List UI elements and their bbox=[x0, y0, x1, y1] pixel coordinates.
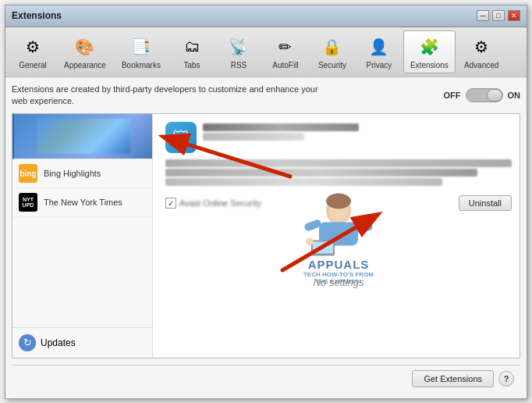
toolbar-autofill[interactable]: ✏ AutoFill bbox=[263, 30, 308, 73]
advanced-icon: ⚙ bbox=[469, 34, 494, 59]
extensions-icon: 🧩 bbox=[417, 34, 442, 59]
toolbar-rss[interactable]: 📡 RSS bbox=[216, 30, 261, 73]
detail-version-blurred bbox=[203, 133, 304, 141]
checkbox-text: Avast Online Security bbox=[179, 198, 261, 208]
checkbox-label[interactable]: ✓ Avast Online Security bbox=[165, 198, 261, 209]
detail-controls-row: ✓ Avast Online Security Uninstall bbox=[165, 195, 512, 211]
desc-line2-blurred bbox=[165, 169, 477, 177]
bookmarks-label: Bookmarks bbox=[122, 61, 161, 70]
help-button[interactable]: ? bbox=[498, 371, 514, 387]
toolbar-general[interactable]: ⚙ General bbox=[10, 30, 55, 73]
desc-line1-blurred bbox=[165, 159, 512, 167]
toolbar-advanced[interactable]: ⚙ Advanced bbox=[457, 30, 505, 73]
privacy-label: Privacy bbox=[367, 61, 392, 70]
rss-label: RSS bbox=[231, 61, 247, 70]
detail-desc-area bbox=[165, 158, 512, 187]
toolbar-tabs[interactable]: 🗂 Tabs bbox=[169, 30, 215, 73]
top-bar: Extensions are created by third-party de… bbox=[12, 84, 520, 108]
tabs-label: Tabs bbox=[183, 61, 200, 70]
desc-line3-blurred bbox=[165, 178, 442, 186]
updates-label: Updates bbox=[41, 337, 76, 348]
extensions-label: Extensions bbox=[410, 61, 449, 70]
toolbar-privacy[interactable]: 👤 Privacy bbox=[356, 30, 402, 73]
extension-item-nyt[interactable]: NYTUPD The New York Times bbox=[12, 188, 152, 217]
toggle-thumb bbox=[487, 89, 502, 102]
security-label: Security bbox=[318, 61, 346, 70]
appearance-icon: 🎨 bbox=[73, 34, 98, 59]
description-text: Extensions are created by third-party de… bbox=[12, 84, 324, 108]
updates-icon: ↻ bbox=[19, 334, 36, 351]
bing-icon: bing bbox=[19, 164, 37, 183]
toolbar-security[interactable]: 🔒 Security bbox=[310, 30, 355, 73]
tabs-icon: 🗂 bbox=[179, 34, 204, 59]
extensions-sidebar: bing Bing Highlights NYTUPD The New York… bbox=[12, 114, 153, 357]
title-bar-controls: ─ □ ✕ bbox=[477, 10, 520, 21]
general-icon: ⚙ bbox=[20, 34, 45, 59]
uninstall-button[interactable]: Uninstall bbox=[459, 195, 512, 211]
detail-title-blurred bbox=[203, 123, 359, 131]
rss-icon: 📡 bbox=[226, 34, 251, 59]
appearance-label: Appearance bbox=[64, 61, 106, 70]
minimize-button[interactable]: ─ bbox=[477, 10, 489, 21]
extension-item-avast[interactable] bbox=[12, 114, 152, 159]
toolbar: ⚙ General 🎨 Appearance 📑 Bookmarks 🗂 Tab… bbox=[5, 27, 527, 77]
toggle-on-label: ON bbox=[508, 91, 521, 100]
toggle-area: OFF ON bbox=[444, 88, 521, 102]
nyt-name: The New York Times bbox=[44, 198, 122, 207]
nyt-icon: NYTUPD bbox=[19, 193, 37, 212]
maximize-button[interactable]: □ bbox=[492, 10, 505, 21]
toolbar-extensions[interactable]: 🧩 Extensions bbox=[403, 30, 456, 73]
general-label: General bbox=[19, 61, 47, 70]
detail-header: 🛡 bbox=[165, 122, 512, 153]
bing-name: Bing Highlights bbox=[44, 169, 101, 178]
toggle-off-label: OFF bbox=[444, 91, 461, 100]
detail-panel: 🛡 ✓ Avast Online Security bbox=[158, 114, 520, 357]
detail-app-icon: 🛡 bbox=[165, 122, 197, 153]
main-panel: bing Bing Highlights NYTUPD The New York… bbox=[12, 113, 520, 358]
content-area: Extensions are created by third-party de… bbox=[5, 77, 527, 398]
title-bar: Extensions ─ □ ✕ bbox=[5, 5, 527, 27]
autofill-icon: ✏ bbox=[273, 34, 298, 59]
extensions-window: Extensions ─ □ ✕ ⚙ General 🎨 Appearance … bbox=[5, 5, 527, 399]
bottom-bar: Get Extensions ? bbox=[12, 365, 520, 392]
toolbar-appearance[interactable]: 🎨 Appearance bbox=[57, 30, 113, 73]
no-settings-text: No settings bbox=[165, 216, 512, 349]
detail-title-area bbox=[203, 122, 512, 142]
close-button[interactable]: ✕ bbox=[508, 10, 520, 21]
window-title: Extensions bbox=[12, 10, 62, 21]
security-icon: 🔒 bbox=[320, 34, 345, 59]
privacy-icon: 👤 bbox=[367, 34, 392, 59]
get-extensions-button[interactable]: Get Extensions bbox=[412, 370, 494, 387]
updates-item[interactable]: ↻ Updates bbox=[12, 327, 152, 358]
bookmarks-icon: 📑 bbox=[129, 34, 154, 59]
toolbar-bookmarks[interactable]: 📑 Bookmarks bbox=[115, 30, 168, 73]
autofill-label: AutoFill bbox=[272, 61, 298, 70]
extension-item-bing[interactable]: bing Bing Highlights bbox=[12, 159, 152, 188]
advanced-label: Advanced bbox=[464, 61, 498, 70]
toggle-switch[interactable] bbox=[466, 88, 503, 102]
checkbox-box[interactable]: ✓ bbox=[165, 198, 176, 209]
